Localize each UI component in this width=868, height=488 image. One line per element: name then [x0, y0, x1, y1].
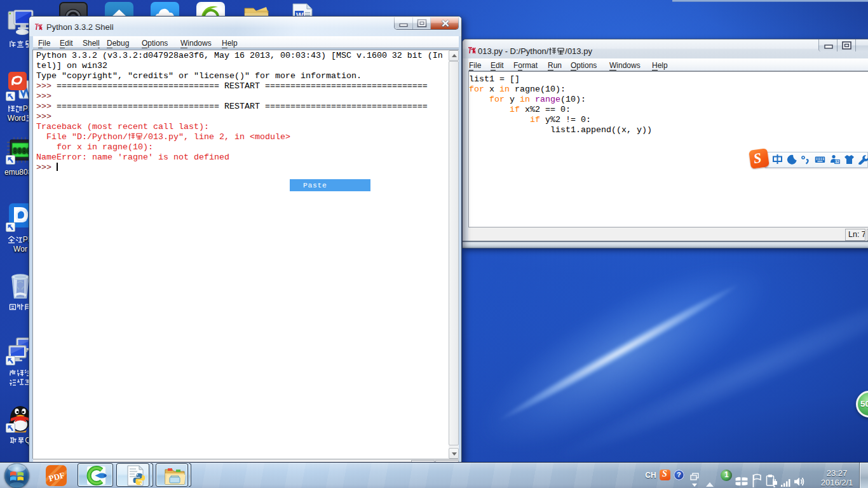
svg-text:32: 32 — [835, 159, 840, 164]
